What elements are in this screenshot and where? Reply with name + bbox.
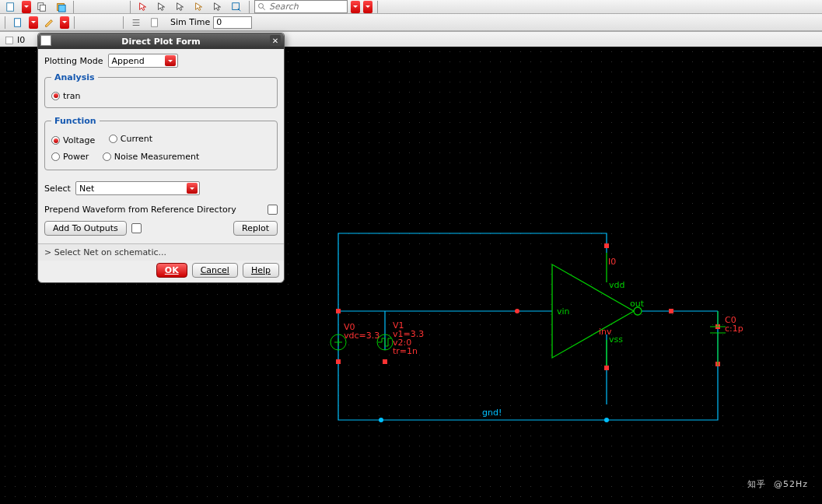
v0-param: vdc=3.3 bbox=[344, 331, 380, 341]
edit-icon[interactable] bbox=[41, 16, 57, 29]
inv-vdd: vdd bbox=[609, 280, 624, 290]
select-value: Net bbox=[79, 184, 184, 194]
search-input[interactable] bbox=[269, 2, 339, 12]
separator bbox=[5, 16, 5, 29]
window-icon bbox=[40, 35, 51, 46]
svg-rect-14 bbox=[604, 243, 609, 248]
add-to-outputs-button[interactable]: Add To Outputs bbox=[44, 221, 127, 236]
select-combo[interactable]: Net bbox=[75, 181, 200, 195]
cursor-icon[interactable] bbox=[135, 1, 151, 13]
select-label: Select bbox=[44, 184, 71, 194]
sim-time-label: Sim Time bbox=[170, 17, 210, 27]
dropdown-1[interactable] bbox=[22, 1, 31, 13]
gnd-label: gnd! bbox=[482, 408, 502, 418]
close-icon[interactable]: ✕ bbox=[270, 35, 281, 46]
radio-power[interactable]: Power bbox=[51, 152, 89, 162]
cap-val: c:1p bbox=[725, 324, 743, 334]
svg-rect-18 bbox=[669, 309, 673, 313]
tool-new-icon[interactable] bbox=[3, 1, 19, 13]
search-dropdown[interactable] bbox=[351, 1, 360, 13]
toolbar-row-2: Sim Time bbox=[0, 14, 822, 31]
cursor4-icon[interactable] bbox=[191, 1, 207, 13]
status-text: > Select Net on schematic... bbox=[44, 247, 166, 257]
separator bbox=[123, 16, 124, 29]
cursor2-icon[interactable] bbox=[154, 1, 170, 13]
svg-rect-17 bbox=[383, 359, 387, 364]
search-icon bbox=[257, 2, 267, 12]
inv-name: inv bbox=[599, 327, 612, 337]
sim-time-input[interactable] bbox=[213, 16, 252, 29]
inst-i0: I0 bbox=[608, 257, 616, 267]
separator bbox=[249, 1, 250, 13]
tool-copy-icon[interactable] bbox=[34, 1, 50, 13]
function-group: Function Voltage Current Power Noise Mea… bbox=[44, 116, 278, 171]
radio-voltage[interactable]: Voltage bbox=[51, 135, 95, 145]
svg-rect-13 bbox=[336, 309, 341, 313]
schematic-drawing: V0 vdc=3.3 V1 v1=3.3 v2:0 tr=1n vin out … bbox=[327, 210, 762, 467]
watermark: 知乎 @52Hz bbox=[747, 478, 808, 490]
function-legend: Function bbox=[51, 116, 100, 126]
ok-button[interactable]: OK bbox=[156, 263, 187, 278]
direct-plot-dialog: Direct Plot Form ✕ Plotting Mode Append … bbox=[37, 33, 285, 283]
svg-rect-8 bbox=[152, 18, 158, 26]
watermark-handle: @52Hz bbox=[774, 479, 808, 489]
radio-tran[interactable]: tran bbox=[51, 91, 81, 101]
sim-time: Sim Time bbox=[170, 16, 252, 29]
watermark-zh: 知乎 bbox=[747, 478, 766, 490]
tool-layers-icon[interactable] bbox=[53, 1, 68, 13]
svg-point-10 bbox=[379, 418, 383, 422]
replot-button[interactable]: Replot bbox=[233, 221, 278, 236]
dialog-title: Direct Plot Form bbox=[121, 37, 200, 47]
svg-rect-2 bbox=[40, 5, 45, 11]
svg-rect-15 bbox=[604, 366, 609, 370]
plotting-mode-label: Plotting Mode bbox=[44, 56, 103, 66]
radio-noise[interactable]: Noise Measurement bbox=[103, 152, 200, 162]
svg-point-12 bbox=[604, 418, 609, 422]
search-field[interactable] bbox=[254, 0, 348, 13]
separator bbox=[73, 1, 74, 13]
analysis-group: Analysis tran bbox=[44, 72, 278, 108]
dialog-titlebar[interactable]: Direct Plot Form ✕ bbox=[38, 33, 284, 49]
svg-point-11 bbox=[515, 309, 519, 313]
v1-p3: tr=1n bbox=[393, 346, 418, 356]
doc-icon[interactable] bbox=[10, 16, 26, 29]
svg-rect-16 bbox=[336, 359, 341, 364]
page-icon[interactable] bbox=[147, 16, 163, 29]
dialog-footer: OK Cancel Help bbox=[38, 261, 284, 282]
svg-rect-0 bbox=[7, 2, 14, 11]
dropdown-2[interactable] bbox=[29, 16, 38, 29]
chevron-down-icon[interactable] bbox=[187, 183, 198, 194]
separator bbox=[74, 16, 75, 29]
search-dropdown-2[interactable] bbox=[363, 1, 373, 13]
help-button[interactable]: Help bbox=[243, 263, 279, 278]
analysis-legend: Analysis bbox=[51, 72, 98, 82]
radio-current[interactable]: Current bbox=[109, 134, 152, 144]
cancel-button[interactable]: Cancel bbox=[192, 263, 238, 278]
prepend-checkbox[interactable] bbox=[268, 205, 278, 215]
tab-icon bbox=[5, 36, 14, 45]
status-line: > Select Net on schematic... bbox=[38, 243, 284, 261]
prepend-label: Prepend Waveform from Reference Director… bbox=[44, 205, 236, 215]
inv-vin: vin bbox=[557, 306, 570, 317]
svg-rect-7 bbox=[15, 18, 21, 26]
svg-point-6 bbox=[259, 3, 264, 8]
plotting-mode-combo[interactable]: Append bbox=[108, 54, 178, 68]
plotting-mode-value: Append bbox=[112, 56, 162, 66]
add-to-outputs-checkbox[interactable] bbox=[131, 223, 142, 233]
tab-label[interactable]: I0 bbox=[17, 35, 25, 45]
zoom-icon[interactable] bbox=[229, 1, 244, 13]
svg-rect-4 bbox=[58, 5, 65, 12]
toolbar-row-1 bbox=[0, 0, 822, 14]
cursor5-icon[interactable] bbox=[210, 1, 226, 13]
dropdown-3[interactable] bbox=[60, 16, 69, 29]
list-icon[interactable] bbox=[128, 16, 144, 29]
chevron-down-icon[interactable] bbox=[165, 55, 176, 66]
cursor3-icon[interactable] bbox=[173, 1, 188, 13]
svg-rect-9 bbox=[6, 37, 13, 44]
separator bbox=[377, 1, 378, 13]
separator bbox=[130, 1, 131, 13]
inv-out: out bbox=[630, 299, 645, 309]
